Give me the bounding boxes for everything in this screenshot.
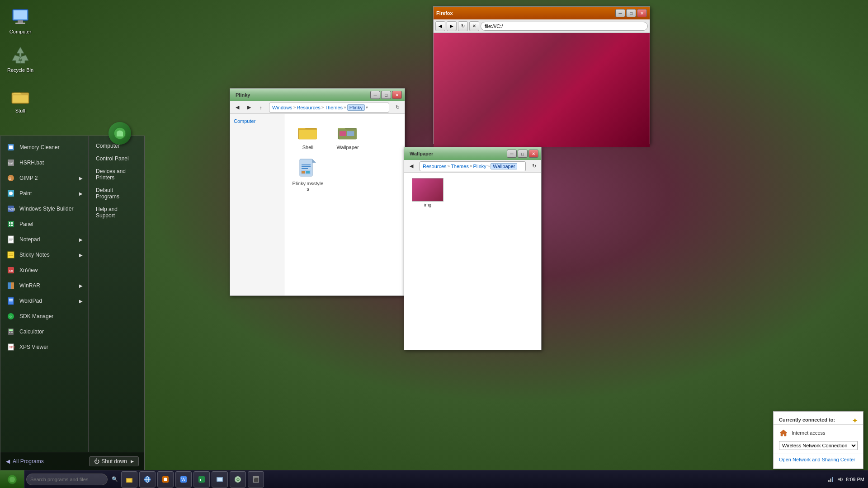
menu-item-panel[interactable]: Panel [0,216,88,232]
fx-reload-button[interactable]: ↻ [458,21,468,31]
all-programs-button[interactable]: ◀ All Programs [6,458,44,465]
taskbar-button-5[interactable]: ⚙ [230,471,246,488]
menu-item-notepad[interactable]: Notepad ▶ [0,232,88,247]
menu-right-default-programs[interactable]: Default Programs [89,184,144,203]
menu-label-wsb: Windows Style Builder [19,206,73,212]
firefox-close-button[interactable]: ✕ [637,9,647,17]
wallpaper-image-item[interactable]: img [410,178,446,207]
wallpaper-window-controls: ─ □ ✕ [507,150,538,158]
wallpaper-refresh-button[interactable]: ↻ [528,161,539,171]
wallpaper-back-button[interactable]: ◀ [406,161,417,171]
plinky-minimize-button[interactable]: ─ [370,91,380,99]
plinky-close-button[interactable]: ✕ [392,91,402,99]
firefox-minimize-button[interactable]: ─ [615,9,625,17]
menu-item-calculator[interactable]: Calculator [0,324,88,339]
taskbar-button-3[interactable]: ♦ [193,471,210,488]
fx-back-button[interactable]: ◀ [435,21,445,31]
menu-item-wsb[interactable]: WSB Windows Style Builder [0,201,88,216]
fx-address-bar[interactable]: file:///C:/ [481,22,648,31]
taskbar-search-input[interactable] [26,474,108,485]
plinky-titlebar[interactable]: Plinky ─ □ ✕ [230,89,405,101]
open-network-sharing-link[interactable]: Open Network and Sharing Center [774,454,863,465]
svg-rect-54 [302,166,311,167]
plinky-back-button[interactable]: ◀ [232,103,243,113]
wallpaper-titlebar[interactable]: Wallpaper ─ □ ✕ [404,147,541,160]
plinky-window-controls: ─ □ ✕ [370,91,402,99]
fx-forward-button[interactable]: ▶ [447,21,457,31]
menu-label-notepad: Notepad [19,236,40,243]
taskbar-button-2[interactable]: W [175,471,192,488]
svg-rect-26 [8,252,14,258]
svg-rect-57 [302,171,305,174]
menu-right-help[interactable]: Help and Support [89,203,144,222]
network-connected-label: Currently connected to: [779,417,835,422]
wallpaper-bc-resources[interactable]: Resources [423,164,447,169]
plinky-up-button[interactable]: ↑ [255,103,266,113]
taskbar-button-ie[interactable] [139,471,156,488]
menu-item-gimp2[interactable]: G GIMP 2 ▶ [0,170,88,186]
taskbar-search-icon[interactable]: 🔍 [109,474,120,484]
breadcrumb-windows[interactable]: Windows [272,105,292,110]
gimp2-icon: G [6,173,16,183]
wallpaper-image-label: img [410,202,446,207]
start-menu-right: Computer Control Panel Devices and Print… [89,136,144,452]
tray-volume-icon [837,476,843,483]
taskbar-button-4[interactable] [212,471,228,488]
wallpaper-minimize-button[interactable]: ─ [507,150,517,158]
breadcrumb-resources[interactable]: Resources [297,105,321,110]
wallpaper-bc-plinky[interactable]: Plinky [473,164,486,169]
firefox-maximize-button[interactable]: □ [626,9,636,17]
wallpaper-title-text: Wallpaper [407,151,507,156]
wallpaper-toolbar: ◀ Resources » Themes » Plinky » Wallpape… [404,160,541,173]
network-connection-select[interactable]: Wireless Network Connection [779,441,858,450]
taskbar-button-6[interactable]: ⬛ [248,471,264,488]
taskbar-button-1[interactable] [157,471,174,488]
stuff-label: Stuff [15,108,25,113]
shutdown-button[interactable]: ⏻ Shut down ▶ [89,456,139,466]
tray-network-icon [828,476,834,483]
menu-right-devices-printers[interactable]: Devices and Printers [89,165,144,184]
menu-item-hsrh[interactable]: bat HSRH.bat [0,155,88,170]
svg-rect-41 [11,332,13,333]
fx-stop-button[interactable]: ✕ [469,21,479,31]
plinky-forward-button[interactable]: ▶ [244,103,255,113]
wallpaper-maximize-button[interactable]: □ [518,150,528,158]
plinky-address-bar[interactable]: Windows » Resources » Themes » Plinky ▾ [269,103,389,113]
plinky-refresh-button[interactable]: ↻ [392,103,403,113]
menu-item-memory-cleaner[interactable]: Memory Cleaner [0,140,88,155]
file-item-plinky-msstyles[interactable]: Plinky.msstyles [290,155,326,193]
paint-arrow: ▶ [79,191,83,196]
sidebar-link-computer[interactable]: Computer [232,117,282,125]
file-item-wallpaper[interactable]: Wallpaper [330,119,366,152]
file-item-shell[interactable]: Shell [290,119,326,152]
svg-text:WSB: WSB [8,208,15,211]
menu-item-paint[interactable]: Paint ▶ [0,186,88,201]
menu-item-xnview[interactable]: Xn XnView [0,263,88,278]
plinky-maximize-button[interactable]: □ [381,91,391,99]
firefox-titlebar[interactable]: Firefox ─ □ ✕ [434,7,650,19]
wallpaper-close-button[interactable]: ✕ [528,150,538,158]
menu-item-xpsviewer[interactable]: XPS XPS Viewer [0,339,88,355]
breadcrumb-plinky[interactable]: Plinky [347,104,365,111]
start-button[interactable] [0,470,24,488]
wallpaper-bc-themes[interactable]: Themes [451,164,469,169]
desktop-icon-computer[interactable]: Computer [2,5,38,36]
paint-icon [6,188,16,198]
desktop-icon-stuff[interactable]: Stuff [2,84,38,115]
menu-item-winrar[interactable]: WinRAR ▶ [0,278,88,293]
taskbar-icon-4 [216,475,224,483]
menu-item-wordpad[interactable]: WordPad ▶ [0,293,88,309]
menu-right-control-panel[interactable]: Control Panel [89,152,144,165]
recycle-icon [9,45,31,66]
menu-item-sticky[interactable]: Sticky Notes ▶ [0,247,88,263]
wallpaper-bc-wallpaper[interactable]: Wallpaper [491,163,517,169]
svg-text:⚙: ⚙ [236,477,240,482]
svg-rect-20 [9,225,10,226]
menu-item-sdkmanager[interactable]: ☆ SDK Manager [0,309,88,324]
taskbar-button-explorer[interactable] [121,471,137,488]
desktop-icon-recycle[interactable]: Recycle Bin [2,43,38,75]
wallpaper-files: img [404,173,541,213]
wallpaper-address-bar[interactable]: Resources » Themes » Plinky » Wallpaper [420,161,526,171]
menu-label-xpsviewer: XPS Viewer [19,344,48,350]
breadcrumb-themes[interactable]: Themes [325,105,343,110]
